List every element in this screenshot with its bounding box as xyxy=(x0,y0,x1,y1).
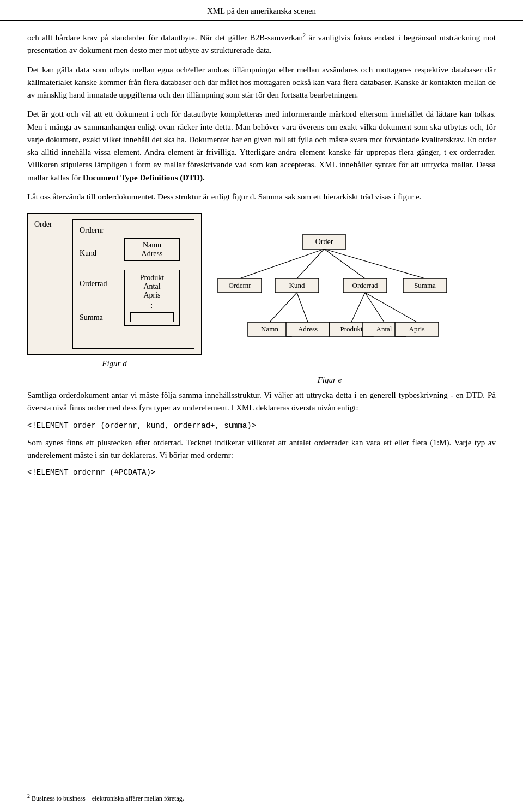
svg-line-4 xyxy=(324,249,365,278)
paragraph-3: Det är gott och väl att ett dokument i o… xyxy=(27,108,496,184)
footnote: 2 Business to business – elektroniska af… xyxy=(27,792,496,803)
svg-line-15 xyxy=(297,293,308,322)
svg-line-18 xyxy=(365,293,417,322)
svg-line-16 xyxy=(351,293,365,322)
paragraph-6: Som synes finns ett plustecken efter ord… xyxy=(27,437,496,462)
svg-line-2 xyxy=(240,249,324,278)
figure-d-wrapper: Order Ordernr Kund Orderrad Summa xyxy=(27,213,202,368)
svg-text:Adress: Adress xyxy=(298,325,318,333)
page: XML på den amerikanska scenen och allt h… xyxy=(0,0,523,812)
figure-e-label: Figur e xyxy=(318,375,342,385)
page-title: XML på den amerikanska scenen xyxy=(207,7,316,15)
fd-dots: : xyxy=(130,300,174,311)
svg-line-5 xyxy=(324,249,425,278)
paragraph-2: Det kan gälla data som utbyts mellan egn… xyxy=(27,64,496,102)
svg-text:Namn: Namn xyxy=(261,325,278,333)
svg-text:Orderrad: Orderrad xyxy=(352,281,378,289)
main-content: och allt hårdare krav på standarder för … xyxy=(0,31,523,477)
svg-text:Summa: Summa xyxy=(414,281,436,289)
footnote-num: 2 xyxy=(27,793,30,799)
figure-e-svg: Order Ordernr Kund xyxy=(212,229,447,371)
fd-produkt-text: Produkt xyxy=(130,274,174,282)
p1-text: och allt hårdare krav på standarder för … xyxy=(27,33,303,42)
fd-summa-label: Summa xyxy=(80,312,119,323)
fd-antal-text: Antal xyxy=(130,282,174,291)
svg-text:Produkt: Produkt xyxy=(340,325,363,333)
footnote-divider xyxy=(27,790,136,790)
fd-kund-label: Kund xyxy=(80,248,119,259)
fd-adress-text: Adress xyxy=(130,250,174,258)
fd-rect xyxy=(130,312,174,322)
footnote-content: Business to business – elektroniska affä… xyxy=(32,795,184,802)
figures-wrapper: Order Ordernr Kund Orderrad Summa xyxy=(27,213,496,385)
fd-namn-box: Namn Adress xyxy=(124,238,180,261)
code-block-1: <!ELEMENT order (ordernr, kund, orderrad… xyxy=(27,421,496,430)
fd-orderrad-box: Produkt Antal Apris : xyxy=(124,270,180,326)
svg-text:Antal: Antal xyxy=(376,325,392,333)
svg-text:Order: Order xyxy=(315,238,333,246)
svg-line-17 xyxy=(365,293,384,322)
fd-ordernr-label: Ordernr xyxy=(80,225,119,236)
figure-d-box: Order Ordernr Kund Orderrad Summa xyxy=(27,213,202,355)
paragraph-4: Låt oss återvända till orderdokumentet. … xyxy=(27,191,496,203)
p3-bold: Document Type Definitions (DTD). xyxy=(83,173,205,182)
paragraph-5: Samtliga orderdokument antar vi måste fö… xyxy=(27,389,496,415)
footer-area: 2 Business to business – elektroniska af… xyxy=(0,790,523,812)
svg-text:Apris: Apris xyxy=(409,325,425,333)
fd-order-label: Order xyxy=(34,219,72,230)
p3-text: Det är gott och väl att ett dokument i o… xyxy=(27,110,496,181)
svg-line-14 xyxy=(270,293,297,322)
fd-apris-text: Apris xyxy=(130,291,174,300)
code-block-2: <!ELEMENT ordernr (#PCDATA)> xyxy=(27,468,496,477)
svg-text:Kund: Kund xyxy=(289,281,305,289)
paragraph-1: och allt hårdare krav på standarder för … xyxy=(27,31,496,57)
svg-text:Ordernr: Ordernr xyxy=(228,281,251,289)
figure-e-wrapper: Order Ordernr Kund xyxy=(212,229,447,385)
page-header: XML på den amerikanska scenen xyxy=(0,0,523,21)
figure-d-label: Figur d xyxy=(102,359,126,368)
fd-orderrad-label: Orderrad xyxy=(80,278,119,289)
fd-namn-text: Namn xyxy=(130,241,174,250)
